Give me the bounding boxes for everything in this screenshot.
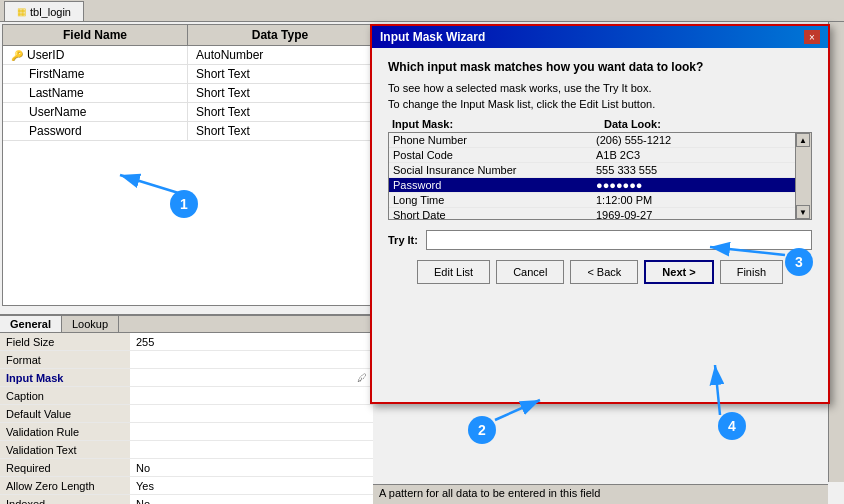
main-window: ▦ tbl_login Field Name Data Type 🔑 UserI… xyxy=(0,0,844,504)
mask-name-cell: Social Insurance Number xyxy=(389,163,592,177)
prop-row: Field Size 255 xyxy=(0,333,373,351)
prop-value xyxy=(130,441,373,458)
tbl-login-tab[interactable]: ▦ tbl_login xyxy=(4,1,84,21)
field-table: Field Name Data Type 🔑 UserID AutoNumber… xyxy=(2,24,374,306)
mask-list-item[interactable]: Phone Number (206) 555-1212 xyxy=(389,133,795,148)
table-row[interactable]: FirstName Short Text xyxy=(3,65,373,84)
dialog-body: Which input mask matches how you want da… xyxy=(372,48,828,296)
prop-value xyxy=(130,423,373,440)
prop-rows-container: Field Size 255 Format Input Mask 🖊 Capti… xyxy=(0,333,373,504)
prop-row: Caption xyxy=(0,387,373,405)
table-row[interactable]: 🔑 UserID AutoNumber xyxy=(3,46,373,65)
scrollbar-up-btn[interactable]: ▲ xyxy=(796,133,810,147)
prop-value xyxy=(130,387,373,404)
mask-name-cell: Postal Code xyxy=(389,148,592,162)
dialog-question: Which input mask matches how you want da… xyxy=(388,60,812,74)
field-name-cell: LastName xyxy=(3,84,188,102)
prop-label: Input Mask xyxy=(0,369,130,386)
callout-1: 1 xyxy=(170,190,198,218)
prop-label: Required xyxy=(0,459,130,476)
data-type-cell: Short Text xyxy=(188,65,373,83)
table-icon: ▦ xyxy=(17,6,26,17)
table-row[interactable]: UserName Short Text xyxy=(3,103,373,122)
prop-row: Default Value xyxy=(0,405,373,423)
table-row[interactable]: Password Short Text xyxy=(3,122,373,141)
tab-label: tbl_login xyxy=(30,6,71,18)
prop-label: Default Value xyxy=(0,405,130,422)
input-mask-icon[interactable]: 🖊 xyxy=(357,372,367,383)
left-panel: Field Name Data Type 🔑 UserID AutoNumber… xyxy=(0,22,373,504)
callout-4: 4 xyxy=(718,412,746,440)
mask-name-cell: Short Date xyxy=(389,208,592,219)
field-name-cell: 🔑 UserID xyxy=(3,46,188,64)
dialog-buttons: Edit List Cancel < Back Next > Finish xyxy=(388,260,812,284)
table-header: Field Name Data Type xyxy=(3,25,373,46)
data-type-header: Data Type xyxy=(188,25,373,45)
back-button[interactable]: < Back xyxy=(570,260,638,284)
mask-look-cell: 1:12:00 PM xyxy=(592,193,795,207)
mask-list-item[interactable]: Long Time 1:12:00 PM xyxy=(389,193,795,208)
mask-look-cell: 1969-09-27 xyxy=(592,208,795,219)
next-button[interactable]: Next > xyxy=(644,260,713,284)
try-it-input[interactable] xyxy=(426,230,812,250)
prop-row: Format xyxy=(0,351,373,369)
tab-lookup[interactable]: Lookup xyxy=(62,316,119,332)
prop-label: Indexed xyxy=(0,495,130,504)
mask-list-item[interactable]: Password ●●●●●●● xyxy=(389,178,795,193)
prop-row: Input Mask 🖊 xyxy=(0,369,373,387)
table-rows-container: 🔑 UserID AutoNumber FirstName Short Text… xyxy=(3,46,373,141)
col-input-mask-label: Input Mask: xyxy=(388,118,600,130)
mask-look-cell: ●●●●●●● xyxy=(592,178,795,192)
edit-list-button[interactable]: Edit List xyxy=(417,260,490,284)
prop-value: 255 xyxy=(130,333,373,350)
dialog-info2: To change the Input Mask list, click the… xyxy=(388,98,812,110)
mask-list-item[interactable]: Postal Code A1B 2C3 xyxy=(389,148,795,163)
status-text: A pattern for all data to be entered in … xyxy=(379,487,600,499)
prop-label: Validation Rule xyxy=(0,423,130,440)
mask-list[interactable]: Phone Number (206) 555-1212 Postal Code … xyxy=(389,133,795,219)
table-row[interactable]: LastName Short Text xyxy=(3,84,373,103)
prop-label: Validation Text xyxy=(0,441,130,458)
prop-value: No xyxy=(130,495,373,504)
mask-look-cell: (206) 555-1212 xyxy=(592,133,795,147)
mask-name-cell: Password xyxy=(389,178,592,192)
prop-row: Validation Rule xyxy=(0,423,373,441)
dialog-close-button[interactable]: × xyxy=(804,30,820,44)
data-type-cell: Short Text xyxy=(188,84,373,102)
field-name-cell: Password xyxy=(3,122,188,140)
prop-row: Required No xyxy=(0,459,373,477)
mask-list-item[interactable]: Short Date 1969-09-27 xyxy=(389,208,795,219)
cancel-button[interactable]: Cancel xyxy=(496,260,564,284)
mask-name-cell: Phone Number xyxy=(389,133,592,147)
dialog-title-bar: Input Mask Wizard × xyxy=(372,26,828,48)
tab-general[interactable]: General xyxy=(0,316,62,332)
try-it-label: Try It: xyxy=(388,234,418,246)
prop-row: Validation Text xyxy=(0,441,373,459)
finish-button[interactable]: Finish xyxy=(720,260,783,284)
mask-look-cell: A1B 2C3 xyxy=(592,148,795,162)
col-data-look-label: Data Look: xyxy=(600,118,812,130)
properties-tabs: General Lookup xyxy=(0,316,373,333)
prop-value xyxy=(130,405,373,422)
prop-value: Yes xyxy=(130,477,373,494)
mask-name-cell: Long Time xyxy=(389,193,592,207)
callout-2: 2 xyxy=(468,416,496,444)
scrollbar-down-btn[interactable]: ▼ xyxy=(796,205,810,219)
field-name-cell: FirstName xyxy=(3,65,188,83)
dialog-title: Input Mask Wizard xyxy=(380,30,485,44)
prop-row: Indexed No xyxy=(0,495,373,504)
data-type-cell: Short Text xyxy=(188,122,373,140)
right-scrollbar[interactable] xyxy=(828,22,844,482)
prop-value xyxy=(130,351,373,368)
field-name-header: Field Name xyxy=(3,25,188,45)
key-icon: 🔑 xyxy=(11,50,23,61)
input-mask-dialog: Input Mask Wizard × Which input mask mat… xyxy=(370,24,830,404)
mask-list-item[interactable]: Social Insurance Number 555 333 555 xyxy=(389,163,795,178)
properties-panel: General Lookup Field Size 255 Format Inp… xyxy=(0,314,373,504)
mask-scrollbar[interactable]: ▲ ▼ xyxy=(795,133,811,219)
prop-value: No xyxy=(130,459,373,476)
prop-value: 🖊 xyxy=(130,369,373,386)
data-type-cell: Short Text xyxy=(188,103,373,121)
prop-label: Field Size xyxy=(0,333,130,350)
data-type-cell: AutoNumber xyxy=(188,46,373,64)
